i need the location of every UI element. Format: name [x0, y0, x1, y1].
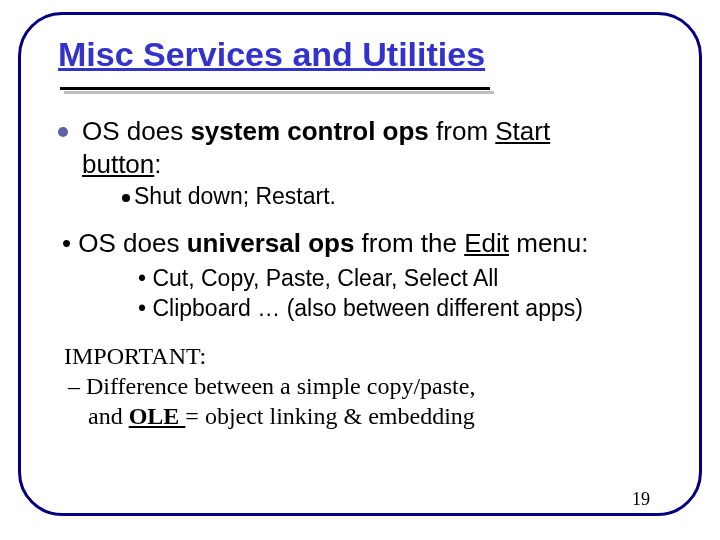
b2-pre: OS does [78, 228, 186, 258]
bullet-1-text: OS does system control ops from Start bu… [82, 115, 550, 180]
slide-title: Misc Services and Utilities [58, 36, 680, 73]
b2-menu: menu [509, 228, 581, 258]
b2-dot: • [62, 228, 78, 258]
b2-sub1: • Cut, Copy, Paste, Clear, Select All [138, 264, 680, 294]
b2-colon: : [581, 228, 588, 258]
important-line1: – Difference between a simple copy/paste… [68, 371, 680, 401]
bullet-2-sub: • Cut, Copy, Paste, Clear, Select All • … [138, 264, 680, 324]
page-number: 19 [632, 489, 650, 510]
title-underline-shadow [60, 87, 490, 93]
b1-bold: system control ops [190, 116, 428, 146]
b1-start: Start [495, 116, 550, 146]
sub-bullet-icon [122, 194, 130, 202]
b1-pre: OS does [82, 116, 190, 146]
bullet-2: • OS does universal ops from the Edit me… [62, 227, 680, 260]
important-block: IMPORTANT: – Difference between a simple… [64, 341, 680, 431]
b2-mid: from the [354, 228, 464, 258]
imp-and: and [88, 403, 129, 429]
b2-sub2: • Clipboard … (also between different ap… [138, 294, 680, 324]
imp-ole: OLE [129, 403, 186, 429]
slide-content: Misc Services and Utilities OS does syst… [58, 36, 680, 500]
b1-button: button [82, 149, 154, 179]
bullet-1: OS does system control ops from Start bu… [58, 115, 680, 180]
b2-edit: Edit [464, 228, 509, 258]
important-label: IMPORTANT: [64, 341, 680, 371]
imp-rest: = object linking & embedding [185, 403, 475, 429]
bullet-1-sub: Shut down; Restart. [122, 182, 680, 211]
b2-bold: universal ops [187, 228, 355, 258]
b1-sub-text: Shut down; Restart. [134, 183, 336, 209]
important-line2: and OLE = object linking & embedding [88, 401, 680, 431]
slide: Misc Services and Utilities OS does syst… [0, 0, 720, 540]
b1-mid: from [429, 116, 495, 146]
bullet-dot-icon [58, 127, 68, 137]
title-rule [60, 87, 490, 90]
b1-colon: : [154, 149, 161, 179]
shadow-bar [64, 91, 494, 94]
